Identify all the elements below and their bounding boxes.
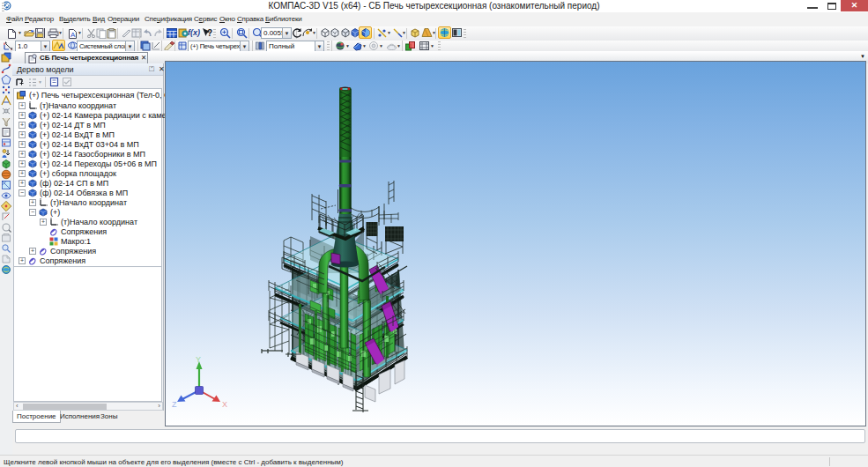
svg-text:?: ? [207,28,212,38]
svg-text:Z: Z [172,400,177,409]
svg-text:X: X [222,400,227,409]
svg-text:A: A [70,31,76,39]
svg-text:Y: Y [196,355,201,364]
